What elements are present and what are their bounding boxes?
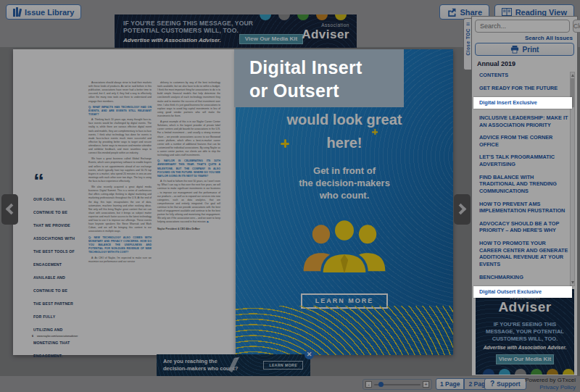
next-page-button[interactable]	[454, 194, 471, 225]
dot-decoration	[297, 14, 309, 20]
print-label: Print	[523, 46, 539, 54]
close-icon[interactable]: ✕	[304, 350, 314, 359]
dot-decoration	[515, 369, 526, 375]
support-label: Support	[497, 380, 521, 388]
people-icon	[297, 214, 392, 284]
issue-library-button[interactable]: Issue Library	[6, 4, 81, 20]
ad-text: CUSTOMERS WILL, TOO.	[476, 335, 574, 342]
reading-view-icon	[502, 8, 512, 16]
sparkle-icon	[372, 129, 378, 135]
toc-item-highlighted[interactable]: Digital Outsert Exclusive	[473, 286, 572, 298]
wave-decoration	[236, 306, 453, 355]
ad-subtext: who count.	[236, 190, 453, 201]
toc-item[interactable]: BENCHMARKING	[479, 274, 569, 281]
article-paragraph: A: As CEO of Naylor, I'm expected to mak…	[88, 257, 152, 264]
dot-decoration	[547, 369, 558, 375]
search-all-issues-link[interactable]: Search All Issues	[525, 35, 573, 41]
article-column-2: delivery to customers by way of the best…	[157, 81, 220, 231]
footer-url: www.naylor.com/associationadviser	[37, 335, 78, 338]
toc-item[interactable]: ADVOCACY SHOULD BE A TOP PRIORITY – AND …	[479, 220, 569, 234]
magazine-viewer: Issue Library Share Reading View IF YOU'…	[0, 0, 580, 392]
ad-tagline: Advertise with Association Adviser.	[476, 345, 574, 350]
toc-item[interactable]: INCLUSIVE LEADERSHIP: MAKE IT AN ASSOCIA…	[479, 114, 569, 128]
one-page-view-button[interactable]: 1 Page	[436, 378, 464, 390]
article-paragraph: We have a great business called Global E…	[88, 157, 152, 183]
search-input[interactable]	[475, 20, 570, 33]
dot-decoration	[260, 14, 271, 20]
dot-decoration	[531, 369, 542, 375]
article-question-heading: Q: WHAT IMPACTS HAS TECHNOLOGY HAD ON EV…	[88, 106, 152, 117]
ad-text: Are you reaching the	[163, 358, 218, 364]
share-label: Share	[460, 8, 482, 17]
pull-quote-text: OUR GOAL WILL CONTINUE TO BE THAT WE PRO…	[33, 197, 75, 358]
share-icon	[447, 8, 456, 17]
dot-decoration	[335, 14, 347, 20]
privacy-policy-link[interactable]: Privacy Policy	[525, 384, 576, 391]
scroll-down-icon[interactable]	[571, 281, 574, 284]
printer-icon	[510, 46, 519, 54]
books-icon	[13, 7, 21, 17]
view-media-kit-button[interactable]: View Our Media Kit	[239, 34, 303, 44]
zoom-out-button[interactable]: -	[365, 381, 372, 388]
article-paragraph: A: It's hard to fathom the next 50 years…	[157, 180, 220, 224]
issue-title: Annual 2019	[477, 60, 515, 67]
page-footer: 6 www.naylor.com/associationadviser	[32, 335, 78, 338]
learn-more-button[interactable]: LEARN MORE	[263, 361, 303, 370]
ad-text: IF YOU'RE SEEING THIS	[476, 321, 574, 328]
chevron-right-icon	[455, 204, 467, 215]
logo-text-big: Adviser	[302, 28, 349, 41]
magazine-page-left[interactable]: “ OUR GOAL WILL CONTINUE TO BE THAT WE P…	[13, 49, 236, 355]
callout-text: Digital Insert	[249, 57, 404, 80]
toc-item[interactable]: CONTENTS	[479, 72, 569, 79]
article-paragraph: A great example of this is in our Naylor…	[157, 120, 220, 157]
zoom-control: - +	[362, 379, 432, 390]
toc-item[interactable]: ADVICE FROM THE CORNER OFFICE	[479, 134, 569, 148]
sparkle-icon	[281, 139, 289, 148]
dot-decoration	[278, 14, 290, 20]
toc-item[interactable]: HOW TO PROMOTE YOUR CAREER CENTER AND GE…	[479, 240, 569, 268]
article-question-heading: Q: NAYLOR IS CELEBRATING ITS 50TH ANNIVE…	[157, 159, 220, 178]
tutorial-callout: Digital Insert or Outsert	[234, 49, 404, 107]
previous-page-button[interactable]	[1, 194, 18, 225]
article-paragraph: We also recently acquired a great digita…	[88, 185, 152, 233]
dot-decoration	[316, 14, 328, 20]
zoom-slider-handle[interactable]	[378, 382, 384, 387]
toc-sidebar: Clear Search All Issues Print Annual 201…	[471, 16, 578, 376]
toc-list: CONTENTSGET READY FOR THE FUTUREDigital …	[479, 72, 569, 304]
page-number: 6	[32, 335, 33, 338]
callout-text: or Outsert	[249, 80, 404, 103]
ad-subtext: Get in front of	[236, 165, 453, 176]
toc-item[interactable]: GET READY FOR THE FUTURE	[479, 85, 569, 92]
zoom-in-button[interactable]: +	[423, 381, 429, 388]
ad-headline: would look great	[236, 112, 453, 128]
ad-text: IF YOU'RE SEEING THIS MESSAGE, YOUR	[123, 20, 253, 27]
print-button[interactable]: Print	[475, 43, 574, 56]
pull-quote: “ OUR GOAL WILL CONTINUE TO BE THAT WE P…	[33, 171, 75, 360]
sidebar-ad-banner[interactable]: Association Adviser IF YOU'RE SEEING THI…	[476, 289, 574, 375]
zoom-slider[interactable]	[374, 384, 420, 385]
reading-view-label: Reading View	[515, 8, 567, 17]
powered-by: Powered by GTxcel Privacy Policy	[525, 377, 576, 391]
lighthouse-icon	[225, 356, 241, 374]
end-of-article-marker: ▶	[207, 220, 210, 223]
article-signature: Naylor President & CEO Alex DeBarr	[157, 228, 220, 231]
scroll-up-icon[interactable]	[571, 74, 574, 77]
article-paragraph: delivery to customers by way of the best…	[157, 81, 220, 118]
article-question-heading: Q: NEW TECHNOLOGY ALSO COMES WITH MONETA…	[88, 236, 152, 255]
logo-text-big: Adviser	[476, 300, 574, 314]
view-media-kit-button[interactable]: View Our Media Kit	[496, 354, 554, 364]
toc-item[interactable]: LET'S TALK PROGRAMMATIC ADVERTISING	[479, 154, 569, 167]
top-ad-banner[interactable]: IF YOU'RE SEEING THIS MESSAGE, YOUR POTE…	[115, 14, 357, 48]
bottom-ad-banner[interactable]: Are you reaching the decision-makers who…	[157, 354, 310, 376]
ad-text: POTENTIAL CUSTOMERS WILL, TOO.	[123, 27, 239, 34]
toc-item[interactable]: HOW TO PREVENT AMS IMPLEMENTATION FRUSTR…	[479, 201, 569, 214]
powered-by-text: Powered by GTxcel	[525, 377, 576, 384]
toc-item-highlighted[interactable]: Digital Insert Exclusive	[473, 97, 572, 109]
ad-tagline: Advertise with Association Adviser.	[123, 37, 221, 43]
toc-item[interactable]: FIND BALANCE WITH TRADITIONAL AND TRENDI…	[479, 174, 569, 195]
association-adviser-logo: Association Adviser	[302, 23, 349, 41]
support-button[interactable]: ?Support	[484, 378, 526, 390]
question-mark-icon: ?	[490, 380, 494, 388]
clear-search-button[interactable]: Clear	[573, 20, 580, 33]
quote-mark-icon: “	[33, 171, 75, 191]
